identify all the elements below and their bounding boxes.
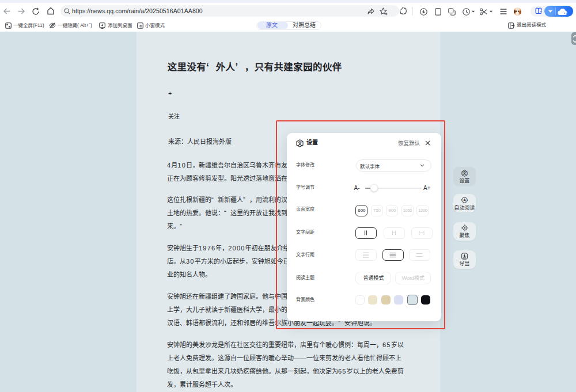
svg-text:文: 文: [462, 170, 467, 176]
svg-text:文: 文: [298, 140, 302, 146]
svg-text:A: A: [463, 198, 466, 202]
